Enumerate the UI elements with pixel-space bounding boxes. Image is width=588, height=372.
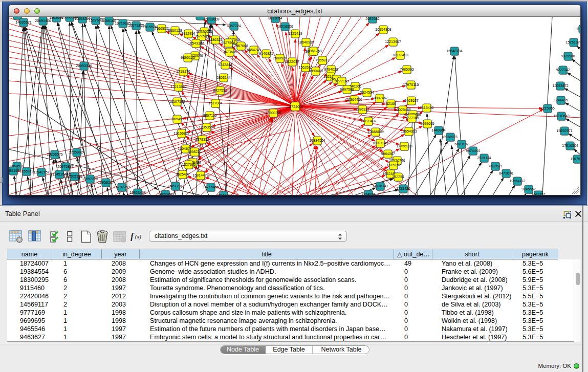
svg-text:17756928: 17756928: [396, 144, 412, 148]
svg-text:10973493: 10973493: [392, 53, 408, 57]
svg-text:8912954: 8912954: [181, 32, 195, 36]
svg-text:9611439: 9611439: [216, 193, 230, 195]
svg-text:15751074: 15751074: [565, 40, 580, 45]
svg-text:16961758: 16961758: [306, 49, 322, 53]
svg-text:3673685: 3673685: [223, 50, 237, 54]
svg-text:6466160: 6466160: [102, 19, 116, 23]
svg-text:8427552: 8427552: [213, 89, 227, 93]
svg-text:2935114: 2935114: [477, 156, 491, 160]
svg-text:17975115: 17975115: [403, 83, 419, 87]
svg-text:1325419: 1325419: [288, 32, 302, 36]
svg-text:10958107: 10958107: [98, 181, 114, 185]
svg-text:18640910: 18640910: [298, 40, 314, 45]
svg-text:12923468: 12923468: [129, 191, 146, 195]
svg-text:9115460: 9115460: [420, 106, 433, 110]
svg-text:9474444: 9474444: [466, 149, 480, 153]
svg-text:18300295: 18300295: [265, 111, 281, 115]
svg-text:(x): (x): [135, 233, 142, 240]
svg-text:16033809: 16033809: [203, 17, 220, 21]
svg-text:2718176: 2718176: [176, 70, 190, 74]
svg-text:1112075: 1112075: [576, 27, 580, 31]
svg-text:6879197: 6879197: [454, 142, 469, 146]
svg-text:9329966: 9329966: [561, 54, 575, 58]
svg-text:20053346: 20053346: [76, 64, 92, 68]
svg-text:3215955: 3215955: [540, 106, 555, 111]
svg-text:16782759: 16782759: [114, 185, 130, 189]
svg-text:7632621: 7632621: [488, 164, 503, 168]
svg-text:14035571: 14035571: [15, 20, 32, 25]
svg-text:19654923: 19654923: [401, 129, 417, 134]
svg-text:8938923: 8938923: [443, 135, 458, 139]
svg-text:7485063: 7485063: [400, 68, 414, 72]
svg-text:8878352: 8878352: [195, 138, 209, 142]
svg-text:16648784: 16648784: [446, 49, 463, 53]
svg-text:7625402: 7625402: [176, 172, 190, 177]
svg-text:1244415: 1244415: [554, 98, 568, 102]
svg-text:3498222: 3498222: [187, 150, 202, 154]
svg-text:12093872: 12093872: [552, 84, 569, 88]
svg-text:9457791: 9457791: [168, 184, 183, 188]
svg-text:9242848: 9242848: [218, 63, 232, 67]
svg-text:18724007: 18724007: [287, 104, 304, 109]
svg-text:7357224: 7357224: [227, 24, 241, 28]
svg-text:12353594: 12353594: [199, 125, 215, 129]
svg-text:7663822: 7663822: [155, 27, 169, 31]
svg-text:9245652: 9245652: [521, 187, 536, 191]
svg-text:1527602: 1527602: [89, 18, 103, 23]
svg-text:16543382: 16543382: [188, 41, 204, 46]
svg-text:9699695: 9699695: [420, 122, 434, 126]
svg-text:1156819: 1156819: [19, 169, 33, 173]
svg-text:6497568: 6497568: [340, 87, 354, 92]
svg-text:2087682: 2087682: [365, 17, 380, 21]
svg-text:1665499: 1665499: [170, 117, 184, 121]
svg-text:8186323: 8186323: [208, 38, 223, 42]
svg-text:1440954: 1440954: [431, 128, 446, 133]
svg-text:19384554: 19384554: [309, 139, 325, 143]
svg-text:1615152: 1615152: [386, 163, 401, 167]
svg-text:20364456: 20364456: [346, 98, 362, 102]
svg-text:9777169: 9777169: [335, 79, 349, 83]
svg-text:9509366: 9509366: [158, 192, 172, 195]
svg-text:789154: 789154: [9, 169, 19, 173]
svg-text:18807249: 18807249: [372, 141, 388, 145]
svg-text:9146821: 9146821: [259, 52, 273, 56]
svg-text:12213582: 12213582: [170, 85, 187, 89]
svg-text:7874834: 7874834: [361, 192, 376, 195]
svg-text:17016504: 17016504: [562, 144, 578, 148]
svg-text:9463627: 9463627: [404, 99, 419, 103]
svg-text:15720407: 15720407: [360, 119, 377, 123]
svg-text:8867110: 8867110: [203, 114, 216, 118]
svg-text:9084067: 9084067: [381, 152, 395, 156]
svg-text:16914479: 16914479: [192, 173, 209, 178]
svg-text:10654112: 10654112: [509, 179, 525, 183]
svg-text:8813054: 8813054: [268, 17, 282, 20]
svg-text:2967608: 2967608: [234, 44, 248, 48]
svg-text:12942757: 12942757: [33, 170, 50, 174]
svg-text:8660128: 8660128: [168, 29, 182, 33]
svg-text:20691406: 20691406: [35, 19, 51, 23]
svg-text:14136141: 14136141: [372, 184, 388, 188]
svg-text:9227342: 9227342: [556, 68, 570, 72]
svg-text:20206576: 20206576: [47, 152, 63, 157]
svg-text:62160: 62160: [386, 102, 396, 106]
svg-text:1617004: 1617004: [208, 101, 223, 105]
svg-text:16671355: 16671355: [128, 24, 144, 28]
svg-text:8471676: 8471676: [499, 171, 513, 176]
svg-text:5322037: 5322037: [285, 60, 299, 64]
svg-text:15716485: 15716485: [203, 185, 219, 189]
svg-text:18636964: 18636964: [9, 17, 26, 17]
svg-text:17957225: 17957225: [82, 177, 98, 181]
svg-text:12505135: 12505135: [66, 174, 82, 179]
svg-text:10807467: 10807467: [372, 96, 388, 100]
svg-text:1167533: 1167533: [570, 157, 580, 161]
svg-text:9890123: 9890123: [181, 56, 195, 60]
svg-text:252254: 252254: [392, 175, 404, 179]
svg-text:15692971: 15692971: [556, 129, 573, 133]
svg-text:9794028: 9794028: [324, 68, 338, 72]
svg-text:10688609: 10688609: [367, 130, 384, 134]
svg-text:16210643: 16210643: [553, 114, 570, 118]
svg-text:8990448: 8990448: [309, 69, 323, 73]
svg-text:10025458: 10025458: [395, 108, 411, 112]
svg-text:19218506: 19218506: [277, 25, 293, 29]
svg-text:9527500: 9527500: [194, 34, 209, 38]
